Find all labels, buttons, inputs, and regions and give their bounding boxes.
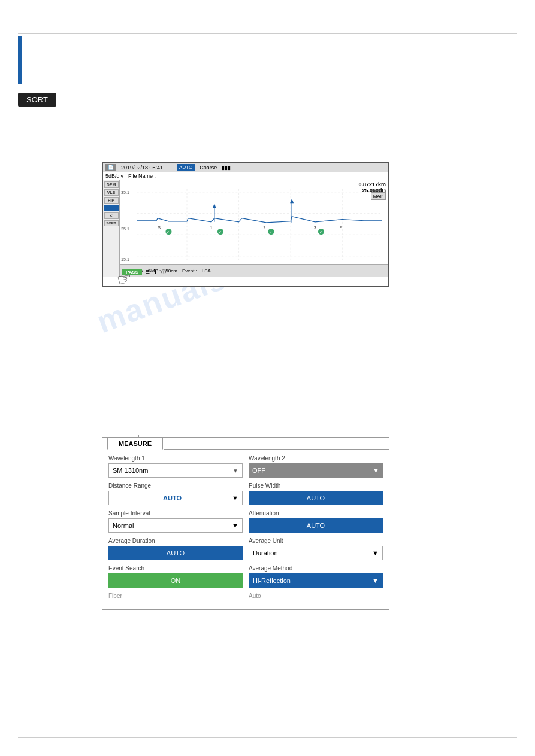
event-search-value: ON xyxy=(171,577,181,584)
wavelength2-col: Wavelength 2 OFF ▼ xyxy=(249,455,383,478)
distance-select[interactable]: AUTO ▼ xyxy=(108,491,243,505)
avg-duration-label: Average Duration xyxy=(108,538,243,544)
distance-value: AUTO xyxy=(113,494,232,502)
device-footer: 200 m/div SMP : 50cm Event : LSA PASS ☰ … xyxy=(120,264,388,277)
fiber-label: Fiber xyxy=(108,593,243,599)
svg-text:1: 1 xyxy=(210,226,213,230)
svg-text:✓: ✓ xyxy=(167,230,170,234)
avg-method-select[interactable]: Hi-Reflection ▼ xyxy=(249,573,383,588)
svg-text:3: 3 xyxy=(314,226,316,230)
map-button[interactable]: MAP xyxy=(371,192,386,200)
distance-col: Distance Range AUTO ▼ xyxy=(108,482,243,505)
coarse-label: Coarse xyxy=(200,165,217,171)
svg-text:2: 2 xyxy=(263,226,265,230)
avg-unit-select[interactable]: Duration ▼ xyxy=(249,546,383,560)
svg-marker-14 xyxy=(213,204,216,208)
event-search-col: Event Search ON xyxy=(108,565,243,588)
datetime: 2019/02/18 08:41 xyxy=(121,165,163,171)
wavelength2-arrow: ▼ xyxy=(373,467,379,474)
auto-label: Auto xyxy=(249,593,383,599)
auto-col: Auto xyxy=(249,593,383,600)
sort-button[interactable]: SORT xyxy=(104,220,119,226)
attn-col: Attenuation AUTO xyxy=(249,510,383,533)
filename-label: File Name : xyxy=(128,173,156,179)
fiber-row: Fiber Auto xyxy=(108,593,383,600)
sample-select[interactable]: Normal ▼ xyxy=(108,518,243,533)
svg-text:✓: ✓ xyxy=(219,230,222,234)
distance-value: 0.87217km xyxy=(358,181,386,187)
event-search-select[interactable]: ON xyxy=(108,573,243,588)
device-body: DPM VLS FIP + < SORT 0.87217km 25.060dB … xyxy=(103,180,388,277)
wavelength2-select[interactable]: OFF ▼ xyxy=(249,463,383,478)
attn-label: Attenuation xyxy=(249,510,383,517)
avg-method-label: Average Method xyxy=(249,565,383,572)
avg-unit-value: Duration xyxy=(253,549,278,557)
wavelength-row: Wavelength 1 SM 1310nm ▼ Wavelength 2 OF… xyxy=(108,455,383,478)
attn-value: AUTO xyxy=(307,522,325,529)
measure-panel: MEASURE Wavelength 1 SM 1310nm ▼ Wavelen… xyxy=(102,437,389,610)
icon3: ⓘ xyxy=(161,269,166,275)
wavelength1-arrow: ▼ xyxy=(232,467,238,474)
avg-unit-col: Average Unit Duration ▼ xyxy=(249,538,383,560)
device-header: 📄 2019/02/18 08:41 ⎸ AUTO Coarse ▮▮▮ xyxy=(103,163,388,172)
wavelength1-label: Wavelength 1 xyxy=(108,455,243,462)
chart-info: 0.87217km 25.060dB xyxy=(358,181,386,193)
wavelength2-label: Wavelength 2 xyxy=(249,455,383,462)
avg-duration-value: AUTO xyxy=(167,549,185,557)
sample-label: Sample Interval xyxy=(108,510,243,517)
fip-button[interactable]: FIP xyxy=(104,197,119,204)
sort-label: SORT xyxy=(18,93,56,107)
svg-text:✓: ✓ xyxy=(319,230,322,234)
event-search-label: Event Search xyxy=(108,565,243,572)
tab-row: MEASURE xyxy=(102,438,389,450)
wavelength1-select[interactable]: SM 1310nm ▼ xyxy=(108,463,243,478)
avg-unit-label: Average Unit xyxy=(249,538,383,544)
signal-icon: ⎸ xyxy=(168,165,172,171)
gain-label: 5dB/div xyxy=(105,173,123,179)
svg-text:35.1: 35.1 xyxy=(121,190,129,195)
measure-tab[interactable]: MEASURE xyxy=(107,438,163,450)
chart-svg: 35.1 25.1 15.1 xyxy=(120,180,388,277)
device-screen: 📄 2019/02/18 08:41 ⎸ AUTO Coarse ▮▮▮ 5dB… xyxy=(102,162,389,287)
event-avg-method-row: Event Search ON Average Method Hi-Reflec… xyxy=(108,565,383,588)
svg-text:25.1: 25.1 xyxy=(121,227,129,232)
event-label: Event : xyxy=(182,268,197,274)
distance-pulse-row: Distance Range AUTO ▼ Pulse Width AUTO xyxy=(108,482,383,505)
sample-col: Sample Interval Normal ▼ xyxy=(108,510,243,533)
avg-duration-col: Average Duration AUTO xyxy=(108,538,243,560)
auto-badge: AUTO xyxy=(177,164,195,171)
fiber-col: Fiber xyxy=(108,593,243,600)
vls-button[interactable]: VLS xyxy=(104,189,119,196)
back-button[interactable]: < xyxy=(104,212,119,219)
pulse-select[interactable]: AUTO xyxy=(249,491,383,505)
distance-label: Distance Range xyxy=(108,482,243,489)
avg-duration-select[interactable]: AUTO xyxy=(108,546,243,560)
device-subheader: 5dB/div File Name : xyxy=(103,172,388,180)
map-icon[interactable]: MAP xyxy=(371,192,386,200)
pulse-col: Pulse Width AUTO xyxy=(249,482,383,505)
measure-content: Wavelength 1 SM 1310nm ▼ Wavelength 2 OF… xyxy=(102,450,389,609)
device-sidebar: DPM VLS FIP + < SORT xyxy=(103,180,120,277)
sample-attn-row: Sample Interval Normal ▼ Attenuation AUT… xyxy=(108,510,383,533)
svg-text:15.1: 15.1 xyxy=(121,257,129,262)
attn-select[interactable]: AUTO xyxy=(249,518,383,533)
smp-value: 50cm xyxy=(165,268,177,274)
file-icon: 📄 xyxy=(105,164,116,171)
avg-duration-unit-row: Average Duration AUTO Average Unit Durat… xyxy=(108,538,383,560)
icon2: ⬆ xyxy=(153,269,158,275)
wavelength2-value: OFF xyxy=(252,467,265,474)
top-divider xyxy=(18,33,517,34)
distance-arrow: ▼ xyxy=(232,494,238,502)
pulse-label: Pulse Width xyxy=(249,482,383,489)
svg-text:E: E xyxy=(340,226,343,230)
dpm-button[interactable]: DPM xyxy=(104,181,119,188)
plus-button[interactable]: + xyxy=(104,205,119,211)
wavelength1-value: SM 1310nm xyxy=(113,467,148,474)
svg-text:✓: ✓ xyxy=(269,230,272,234)
bottom-divider xyxy=(18,737,517,738)
avg-method-col: Average Method Hi-Reflection ▼ xyxy=(249,565,383,588)
wavelength1-col: Wavelength 1 SM 1310nm ▼ xyxy=(108,455,243,478)
sample-value: Normal xyxy=(113,522,134,529)
svg-text:S: S xyxy=(158,226,161,230)
pulse-value: AUTO xyxy=(307,494,325,502)
